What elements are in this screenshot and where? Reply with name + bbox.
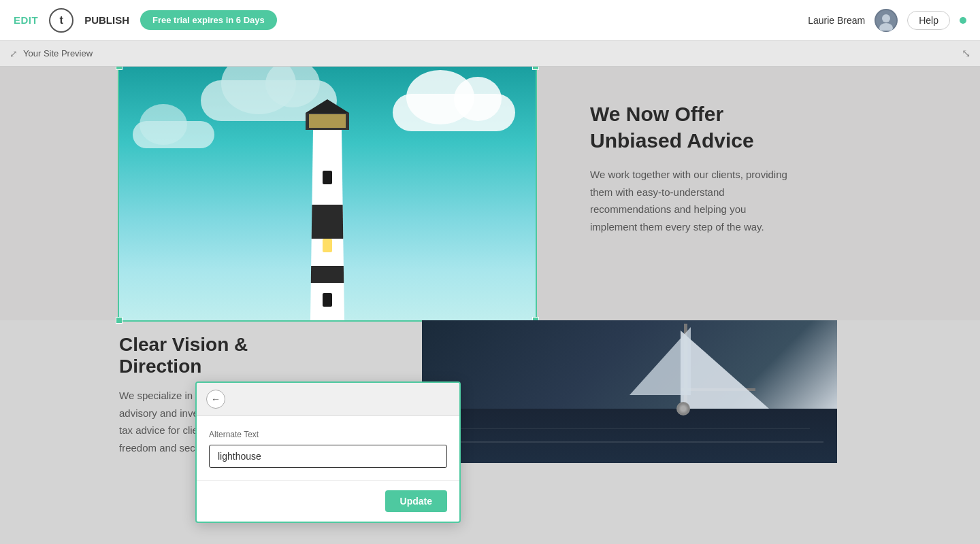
alt-text-popup: ← Alternate Text Update bbox=[195, 381, 461, 523]
back-button[interactable]: ← bbox=[206, 390, 225, 409]
svg-point-1 bbox=[882, 14, 890, 22]
alt-text-input[interactable] bbox=[209, 445, 447, 468]
topbar-right: Laurie Bream Help bbox=[808, 9, 966, 32]
user-name: Laurie Bream bbox=[808, 15, 865, 26]
cloud-2 bbox=[133, 121, 214, 148]
lighthouse-image bbox=[119, 67, 536, 320]
resize-icon: ⤢ bbox=[10, 48, 18, 59]
avatar[interactable] bbox=[875, 9, 898, 32]
lighthouse-image-container[interactable] bbox=[119, 67, 536, 320]
bottom-section: Clear Vision & Direction We specialize i… bbox=[0, 320, 980, 470]
hero-text: We Now Offer Unbiased Advice We work tog… bbox=[536, 67, 828, 256]
hero-section: We Now Offer Unbiased Advice We work tog… bbox=[0, 67, 980, 320]
stripe-2 bbox=[310, 266, 344, 283]
alt-text-label: Alternate Text bbox=[209, 430, 447, 439]
help-button[interactable]: Help bbox=[907, 11, 950, 30]
lantern-top bbox=[306, 99, 349, 113]
window-2 bbox=[323, 239, 332, 252]
canvas: We Now Offer Unbiased Advice We work tog… bbox=[0, 67, 980, 544]
popup-footer: Update bbox=[197, 480, 459, 522]
lantern-glass bbox=[309, 114, 346, 128]
topbar: EDIT t PUBLISH Free trial expires in 6 D… bbox=[0, 0, 980, 41]
bottom-title: Clear Vision & Direction bbox=[119, 334, 303, 377]
topbar-left: EDIT t PUBLISH Free trial expires in 6 D… bbox=[14, 8, 277, 33]
cloud-1 bbox=[393, 94, 515, 131]
hero-title: We Now Offer Unbiased Advice bbox=[590, 101, 787, 154]
lighthouse-tower bbox=[306, 99, 349, 320]
popup-body: Alternate Text bbox=[197, 416, 459, 480]
edit-button[interactable]: EDIT bbox=[14, 14, 38, 26]
stripe-1 bbox=[310, 205, 344, 239]
preview-bar-left: ⤢ Your Site Preview bbox=[10, 48, 93, 59]
preview-bar: ⤢ Your Site Preview ⤡ bbox=[0, 41, 980, 67]
status-dot bbox=[960, 17, 966, 24]
window-1 bbox=[323, 171, 332, 184]
trial-badge[interactable]: Free trial expires in 6 Days bbox=[140, 10, 277, 30]
logo: t bbox=[49, 8, 74, 33]
hero-description: We work together with our clients, provi… bbox=[590, 166, 787, 235]
popup-header: ← bbox=[197, 383, 459, 416]
sailboat-image bbox=[422, 320, 837, 463]
window-3 bbox=[323, 293, 332, 307]
lantern-room bbox=[306, 113, 349, 130]
publish-button[interactable]: PUBLISH bbox=[84, 14, 129, 26]
preview-label: Your Site Preview bbox=[23, 48, 93, 58]
update-button[interactable]: Update bbox=[385, 490, 447, 512]
tower-body bbox=[310, 130, 344, 320]
site-content: We Now Offer Unbiased Advice We work tog… bbox=[0, 67, 980, 544]
expand-icon[interactable]: ⤡ bbox=[962, 47, 970, 60]
